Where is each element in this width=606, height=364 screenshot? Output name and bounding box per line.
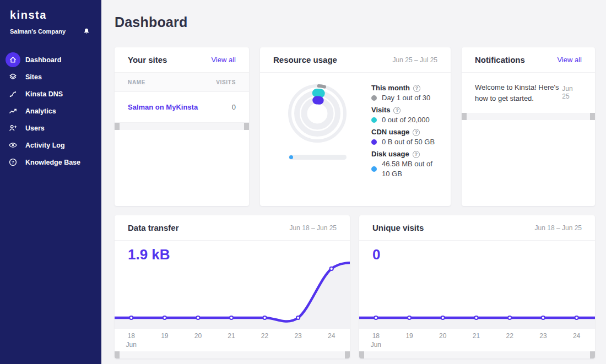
data-point xyxy=(129,316,133,319)
scrollbar-thumb-left[interactable] xyxy=(115,123,120,130)
sidebar-item-knowledge-base[interactable]: ? Knowledge Base xyxy=(0,154,101,171)
sidebar-item-label: Knowledge Base xyxy=(25,159,80,166)
sidebar-item-dashboard[interactable]: Dashboard xyxy=(0,51,101,68)
data-point xyxy=(542,316,545,319)
legend-label: Disk usage xyxy=(371,149,409,159)
sidebar-item-activity-log[interactable]: Activity Log xyxy=(0,137,101,154)
data-point xyxy=(163,316,166,319)
x-tick-label: 18 xyxy=(122,332,140,340)
horizontal-scrollbar[interactable] xyxy=(359,351,595,358)
horizontal-scrollbar[interactable] xyxy=(115,351,350,358)
card-period: Jun 18 – Jun 25 xyxy=(290,224,337,232)
x-tick-label: 24 xyxy=(322,332,341,340)
x-axis-labels: 18Jun192021222324 xyxy=(115,329,350,350)
sidebar-item-kinsta-dns[interactable]: Kinsta DNS xyxy=(0,85,101,102)
unique-visits-chart: 0 18Jun192021222324 xyxy=(359,241,595,358)
card-title: Unique visits xyxy=(372,223,424,232)
card-period: Jun 18 – Jun 25 xyxy=(535,224,582,232)
trending-up-icon xyxy=(8,106,18,116)
route-icon xyxy=(8,89,18,99)
scrollbar-thumb-right[interactable] xyxy=(345,351,350,358)
legend-color-dot xyxy=(371,139,377,145)
help-icon[interactable]: ? xyxy=(393,107,401,114)
data-point xyxy=(408,316,411,319)
legend-item: Visits? 0 out of 20,000 xyxy=(371,105,442,125)
view-all-sites-link[interactable]: View all xyxy=(211,56,236,64)
sidebar-item-label: Dashboard xyxy=(25,56,61,64)
sidebar-item-label: Activity Log xyxy=(25,142,65,149)
notification-item[interactable]: Welcome to Kinsta! Here's how to get sta… xyxy=(462,73,595,113)
x-tick-label: 18 xyxy=(366,332,385,340)
x-tick-label: 21 xyxy=(467,332,485,340)
user-plus-icon xyxy=(8,123,18,133)
x-month-label: Jun xyxy=(122,341,140,349)
x-tick-label: 19 xyxy=(400,332,419,340)
x-tick-label: 23 xyxy=(534,332,553,340)
sidebar-item-label: Kinsta DNS xyxy=(25,90,63,98)
card-title: Resource usage xyxy=(273,55,337,64)
data-point xyxy=(296,316,300,319)
your-sites-card: Your sites View all NAME VISITS Salman o… xyxy=(115,47,249,206)
resource-usage-card: Resource usage Jun 25 – Jul 25 xyxy=(260,47,451,206)
sidebar-item-analytics[interactable]: Analytics xyxy=(0,102,101,119)
sidebar-nav: Dashboard Sites Kinsta DNS Analytics Use… xyxy=(0,51,101,171)
legend-color-dot xyxy=(371,166,377,172)
scrollbar-thumb-left[interactable] xyxy=(115,351,120,358)
company-name: Salman's Company xyxy=(10,28,66,35)
layers-icon xyxy=(8,72,18,82)
card-title: Data transfer xyxy=(128,223,179,232)
data-point xyxy=(230,316,233,319)
sidebar-item-label: Sites xyxy=(25,73,42,81)
page-title: Dashboard xyxy=(115,14,595,30)
x-axis-labels: 18Jun192021222324 xyxy=(359,329,595,350)
horizontal-scrollbar[interactable] xyxy=(115,123,249,130)
help-icon[interactable]: ? xyxy=(413,85,420,92)
unique-visits-card: Unique visits Jun 18 – Jun 25 0 18Jun192… xyxy=(359,215,595,358)
column-header-name: NAME xyxy=(128,79,145,85)
scrollbar-thumb-left[interactable] xyxy=(359,351,364,358)
data-point xyxy=(374,316,377,319)
legend-value: Day 1 out of 30 xyxy=(382,93,430,103)
legend-label: This month xyxy=(371,83,410,93)
kinsta-logo[interactable]: Kinsta xyxy=(10,9,101,21)
scrollbar-thumb-left[interactable] xyxy=(462,113,467,120)
resource-usage-legend: This month? Day 1 out of 30 Visits? 0 ou… xyxy=(366,80,442,206)
legend-value: 46.58 MB out of 10 GB xyxy=(382,159,442,179)
x-tick-label: 21 xyxy=(222,332,241,340)
site-visits-value: 0 xyxy=(232,103,236,111)
scrollbar-thumb-right[interactable] xyxy=(244,123,249,130)
sidebar-item-sites[interactable]: Sites xyxy=(0,68,101,85)
data-point xyxy=(575,316,578,319)
legend-item: This month? Day 1 out of 30 xyxy=(371,83,442,103)
chart-total-value: 0 xyxy=(372,246,380,263)
site-link[interactable]: Salman on MyKinsta xyxy=(128,103,198,111)
legend-color-dot xyxy=(371,117,377,123)
disk-usage-progress-fill xyxy=(289,155,293,159)
help-icon[interactable]: ? xyxy=(413,129,420,136)
sidebar: Kinsta Salman's Company Dashboard Sites … xyxy=(0,0,101,364)
help-icon[interactable]: ? xyxy=(413,151,420,158)
legend-label: CDN usage xyxy=(371,127,409,137)
legend-color-dot xyxy=(371,95,377,101)
view-all-notifications-link[interactable]: View all xyxy=(557,56,582,64)
sidebar-item-users[interactable]: Users xyxy=(0,119,101,137)
x-tick-label: 22 xyxy=(256,332,274,340)
sidebar-item-label: Users xyxy=(25,124,45,132)
notification-text: Welcome to Kinsta! Here's how to get sta… xyxy=(475,82,562,104)
data-point xyxy=(196,316,199,319)
card-title: Your sites xyxy=(128,55,167,64)
legend-value: 0 B out of 50 GB xyxy=(382,137,435,147)
x-tick-label: 22 xyxy=(500,332,519,340)
data-transfer-card: Data transfer Jun 18 – Jun 25 1.9 kB 18J… xyxy=(115,215,350,358)
scrollbar-thumb-right[interactable] xyxy=(590,113,595,120)
x-month-label: Jun xyxy=(366,341,385,349)
x-tick-label: 24 xyxy=(567,332,586,340)
bell-icon[interactable] xyxy=(83,27,90,36)
scrollbar-thumb-right[interactable] xyxy=(590,351,595,358)
main-content: Dashboard Your sites View all NAME VISIT… xyxy=(101,0,606,364)
data-point xyxy=(330,267,333,270)
data-point xyxy=(508,316,511,319)
line-chart-svg xyxy=(359,241,595,329)
horizontal-scrollbar[interactable] xyxy=(462,113,595,120)
card-period: Jun 25 – Jul 25 xyxy=(393,56,437,64)
